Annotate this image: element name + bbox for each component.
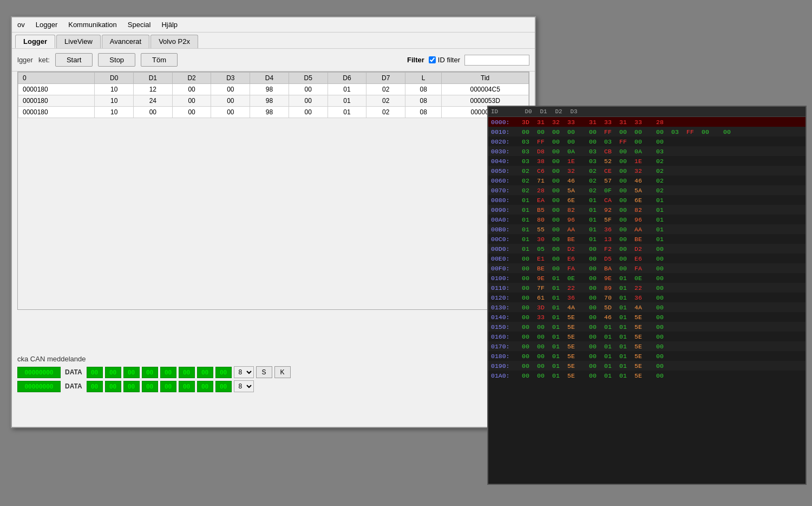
can-id-2[interactable]: 00000000	[17, 381, 61, 392]
toolbar: lgger ket: Start Stop Töm Filter ID filt…	[12, 49, 535, 72]
paket-label: ket:	[38, 56, 50, 64]
col-d7: D7	[366, 73, 405, 84]
col-d2: D2	[172, 73, 211, 84]
hex-line: 0110:007F01220089012200	[488, 283, 806, 293]
hex-col-d0: D0	[521, 108, 536, 115]
table-header-row: 0 D0 D1 D2 D3 D4 D5 D6 D7 L Tid	[18, 73, 529, 84]
hex-line: 0000:3D3132333133313328	[488, 117, 806, 127]
can-byte-4[interactable]: 00	[160, 367, 176, 378]
data-label-2: DATA	[65, 382, 82, 390]
hex-col-d3: D3	[566, 108, 581, 115]
hex-line: 0180:0000015E0001015E00	[488, 351, 806, 361]
menu-logger[interactable]: Logger	[36, 21, 57, 29]
tab-volvop2x[interactable]: Volvo P2x	[150, 35, 198, 48]
hex-line: 0050:02C6003202CE003202	[488, 166, 806, 176]
send-k-button[interactable]: K	[274, 366, 291, 378]
can-byte-2[interactable]: 00	[123, 367, 140, 378]
hex-line: 0100:009E010E009E010E00	[488, 273, 806, 283]
hex-line: 0150:0000015E0001015E00	[488, 322, 806, 332]
can-byte2-1[interactable]: 00	[105, 381, 121, 392]
hex-line: 00D0:010500D200F200D200	[488, 244, 806, 254]
hex-line: 0190:0000015E0001015E00	[488, 361, 806, 371]
can-byte-6[interactable]: 00	[197, 367, 213, 378]
hex-line: 0010:0000000000FF00000003FF0000	[488, 127, 806, 137]
hex-line: 0070:0228005A020F005A02	[488, 185, 806, 195]
hex-line: 0120:006101360070013600	[488, 293, 806, 302]
hex-line: 01A0:0000015E0001015E00	[488, 371, 806, 380]
tab-bar: Logger LiveView Avancerat Volvo P2x	[12, 33, 535, 49]
can-byte-3[interactable]: 00	[142, 367, 158, 378]
col-tid: Tid	[442, 73, 529, 84]
table-row: 0000180101200009800010208000004C5	[18, 84, 529, 95]
menu-hjalp[interactable]: Hjälp	[161, 21, 178, 29]
id-filter-label: ID filter	[438, 56, 460, 64]
hex-line: 00B0:015500AA013600AA01	[488, 224, 806, 234]
hex-line: 0160:0000015E0001015E00	[488, 332, 806, 341]
col-d6: D6	[328, 73, 366, 84]
hex-col-d1: D1	[536, 108, 551, 115]
hex-line: 00E0:00E100E600D500E600	[488, 254, 806, 263]
tab-avancerat[interactable]: Avancerat	[102, 35, 149, 48]
can-section-label: cka CAN meddelande	[17, 355, 86, 363]
col-l: L	[405, 73, 442, 84]
can-byte2-0[interactable]: 00	[87, 381, 103, 392]
hex-line: 0030:03D8000A03CB000A03	[488, 146, 806, 156]
send-s-button[interactable]: S	[256, 366, 272, 378]
can-length-select-2[interactable]: 8	[234, 380, 254, 392]
can-byte2-7[interactable]: 00	[215, 381, 232, 392]
tab-liveview[interactable]: LiveView	[56, 35, 101, 48]
menu-bar: ov Logger Kommunikation Special Hjälp	[12, 17, 535, 33]
id-filter-input[interactable]	[464, 55, 529, 66]
can-byte2-6[interactable]: 00	[197, 381, 213, 392]
hex-line: 0170:0000015E0001015E00	[488, 341, 806, 351]
hex-line: 0090:01B500820192008201	[488, 205, 806, 215]
hex-line: 0040:0338001E0352001E02	[488, 156, 806, 166]
tab-logger[interactable]: Logger	[15, 35, 55, 48]
filter-area: Filter ID filter	[407, 55, 529, 66]
hex-line: 0080:01EA006E01CA006E01	[488, 195, 806, 205]
section-label: lgger	[17, 56, 33, 64]
id-filter-checkbox[interactable]	[429, 56, 436, 63]
can-byte2-3[interactable]: 00	[142, 381, 158, 392]
col-d5: D5	[289, 73, 328, 84]
menu-kommunikation[interactable]: Kommunikation	[68, 21, 117, 29]
hex-line: 0020:03FF00000003FF0000	[488, 137, 806, 146]
stop-button[interactable]: Stop	[98, 53, 135, 67]
can-row-1: 00000000 DATA 00 00 00 00 00 00 00 00 87…	[17, 366, 529, 378]
col-d3: D3	[211, 73, 250, 84]
hex-line: 0060:027100460257004602	[488, 176, 806, 185]
data-label: DATA	[65, 368, 82, 376]
hex-content: 0000:3D31323331333133280010:0000000000FF…	[488, 117, 806, 485]
hex-col-id: ID	[491, 108, 521, 115]
hex-line: 0140:0033015E0046015E00	[488, 312, 806, 322]
data-table: 0 D0 D1 D2 D3 D4 D5 D6 D7 L Tid 00001801…	[18, 72, 529, 118]
start-button[interactable]: Start	[55, 53, 93, 67]
col-id: 0	[18, 73, 95, 84]
can-byte-0[interactable]: 00	[87, 367, 103, 378]
can-byte2-2[interactable]: 00	[123, 381, 140, 392]
can-byte-1[interactable]: 00	[105, 367, 121, 378]
table-row: 000018010000000980001020800000578	[18, 107, 529, 118]
menu-ov[interactable]: ov	[17, 21, 25, 29]
can-message-section: cka CAN meddelande Skicka 00000000 DATA …	[17, 355, 529, 394]
id-filter-checkbox-group: ID filter	[429, 56, 460, 64]
can-byte-5[interactable]: 00	[179, 367, 195, 378]
col-d4: D4	[250, 73, 289, 84]
hex-line: 00A0:01800096015F009601	[488, 215, 806, 224]
col-d0: D0	[95, 73, 134, 84]
menu-special[interactable]: Special	[128, 21, 151, 29]
can-byte-7[interactable]: 00	[215, 367, 232, 378]
tom-button[interactable]: Töm	[141, 53, 178, 67]
can-byte2-4[interactable]: 00	[160, 381, 176, 392]
hex-line: 00C0:013000BE011300BE01	[488, 234, 806, 244]
can-row-2: 00000000 DATA 00 00 00 00 00 00 00 00 8	[17, 380, 529, 392]
table-row: 00001801024000098000102080000053D	[18, 95, 529, 107]
logger-window: ov Logger Kommunikation Special Hjälp Lo…	[11, 16, 536, 428]
can-id-1[interactable]: 00000000	[17, 367, 61, 378]
data-table-container: 0 D0 D1 D2 D3 D4 D5 D6 D7 L Tid 00001801…	[17, 72, 529, 310]
can-length-select[interactable]: 8765 4321	[234, 366, 254, 378]
hex-panel: ID D0 D1 D2 D3 0000:3D313233313331332800…	[487, 106, 807, 485]
hex-line: 00F0:00BE00FA00BA00FA00	[488, 263, 806, 273]
can-byte2-5[interactable]: 00	[179, 381, 195, 392]
filter-label: Filter	[407, 56, 424, 64]
